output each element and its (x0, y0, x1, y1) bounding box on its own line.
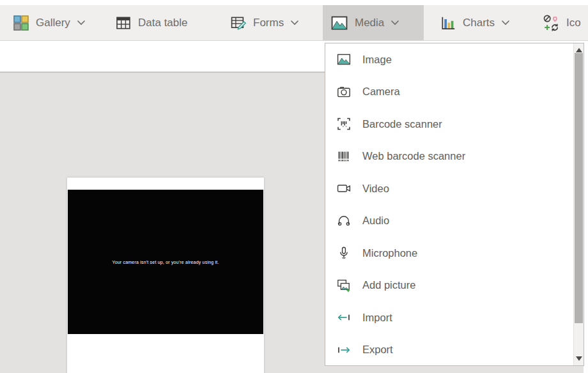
chevron-down-icon (501, 20, 510, 26)
menu-item-barcode-scanner[interactable]: Barcode scanner (325, 108, 573, 141)
chevron-down-icon (391, 20, 399, 26)
menu-item-label: Export (362, 344, 393, 356)
media-icon (330, 14, 348, 32)
data-table-icon (115, 15, 132, 31)
camera-control[interactable]: Your camera isn't set up, or you're alre… (68, 190, 263, 334)
charts-button[interactable]: Charts (432, 5, 518, 40)
icons-label: Ico (566, 17, 581, 29)
menu-item-export[interactable]: Export (325, 334, 573, 366)
menu-item-label: Import (362, 312, 392, 324)
right-edge-panel (584, 43, 588, 373)
import-icon (336, 310, 352, 325)
charts-icon (440, 15, 456, 31)
scroll-up-arrow-icon[interactable] (576, 48, 582, 52)
scroll-down-arrow-icon[interactable] (576, 356, 582, 361)
menu-item-label: Audio (362, 215, 389, 227)
icons-icon (542, 14, 560, 32)
menu-item-label: Add picture (362, 279, 415, 291)
web-barcode-scanner-icon (336, 149, 352, 164)
image-icon (336, 52, 352, 67)
menu-item-label: Web barcode scanner (362, 150, 465, 162)
menu-item-add-picture[interactable]: Add picture (325, 270, 573, 302)
menu-item-audio[interactable]: Audio (325, 205, 573, 238)
gallery-button[interactable]: Gallery (5, 5, 93, 40)
menu-item-web-barcode-scanner[interactable]: Web barcode scanner (325, 141, 573, 173)
menu-item-import[interactable]: Import (325, 301, 573, 334)
icons-button[interactable]: Ico (534, 5, 588, 40)
app-window: Your camera isn't set up, or you're alre… (0, 0, 588, 373)
chevron-down-icon (77, 20, 86, 26)
scrollbar-thumb[interactable] (575, 53, 583, 323)
app-screen[interactable]: Your camera isn't set up, or you're alre… (67, 178, 264, 373)
forms-button[interactable]: Forms (222, 5, 307, 40)
menu-item-label: Camera (362, 86, 400, 98)
media-label: Media (355, 17, 384, 29)
video-icon (336, 181, 352, 196)
dropdown-scrollbar[interactable] (573, 43, 584, 365)
gallery-label: Gallery (36, 17, 70, 29)
menu-item-image[interactable]: Image (325, 43, 573, 76)
media-menu-list: Image Camera (325, 43, 573, 365)
menu-item-label: Barcode scanner (362, 118, 442, 130)
menu-item-label: Video (362, 183, 389, 195)
gallery-icon (13, 15, 29, 31)
barcode-scanner-icon (336, 116, 352, 132)
data-table-button[interactable]: Data table (107, 5, 196, 40)
menu-item-microphone[interactable]: Microphone (325, 237, 573, 270)
media-dropdown: Image Camera (325, 43, 584, 366)
data-table-label: Data table (138, 17, 188, 29)
menu-item-camera[interactable]: Camera (325, 76, 573, 109)
export-icon (336, 342, 352, 358)
charts-label: Charts (463, 17, 495, 29)
menu-item-label: Image (362, 54, 392, 66)
menu-item-label: Microphone (362, 247, 417, 259)
media-button[interactable]: Media (323, 5, 424, 40)
forms-label: Forms (253, 17, 284, 29)
audio-icon (336, 213, 352, 229)
add-picture-icon (336, 278, 352, 293)
camera-icon (336, 84, 352, 100)
chevron-down-icon (290, 20, 299, 26)
insert-toolbar: Gallery Data table Forms (0, 5, 588, 41)
forms-icon (230, 15, 247, 31)
menu-item-video[interactable]: Video (325, 172, 573, 205)
microphone-icon (336, 245, 352, 261)
camera-placeholder-text: Your camera isn't set up, or you're alre… (112, 260, 219, 264)
